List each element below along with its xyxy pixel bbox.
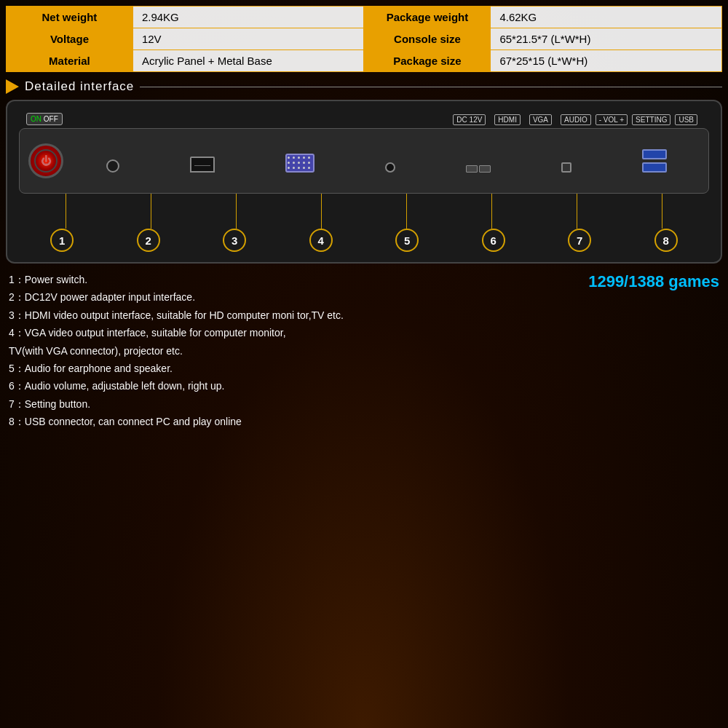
number-circle-7: 7 xyxy=(568,229,591,252)
ports-area xyxy=(74,149,700,173)
setting-btn-shape xyxy=(561,162,571,173)
spec-label: Voltage xyxy=(7,28,133,50)
description-item: 5：Audio for earphone and speaker. xyxy=(9,360,574,377)
spec-value: 2.94KG xyxy=(132,7,364,28)
dc-port xyxy=(106,159,119,173)
line-6 xyxy=(491,194,492,229)
desc-section: 1：Power switch.2：DC12V power adapter inp… xyxy=(6,271,722,431)
description-item: 7：Setting button. xyxy=(9,395,574,413)
on-off-badge: ON OFF xyxy=(26,113,63,125)
spec-value: Acrylic Panel + Metal Base xyxy=(132,50,364,72)
line-4 xyxy=(321,194,322,229)
number-circles-row: 12345678 xyxy=(19,229,709,252)
spec-row: Material Acrylic Panel + Metal Base Pack… xyxy=(7,50,722,72)
port-labels-row: DC 12V HDMI VGA AUDIO - VOL + SETTING US… xyxy=(19,111,709,128)
line-5 xyxy=(406,194,407,229)
description-list: 1：Power switch.2：DC12V power adapter inp… xyxy=(9,271,574,431)
spec-value: 12V xyxy=(132,28,364,50)
power-button-inner: ⏻ xyxy=(34,149,58,173)
console-box: ON OFF DC 12V HDMI VGA AUDIO - VOL + SET… xyxy=(6,100,722,264)
detailed-interface-section: Detailed interface ON OFF DC 12V HDMI VG… xyxy=(6,79,722,264)
vol-up xyxy=(479,165,491,173)
detailed-title: Detailed interface xyxy=(25,79,134,94)
usb-ports-group xyxy=(642,149,667,173)
usb-label: USB xyxy=(675,114,697,125)
number-circle-1: 1 xyxy=(50,229,74,252)
vol-label: - VOL + xyxy=(596,114,628,125)
line-8 xyxy=(662,194,662,229)
spec-label: Console size xyxy=(364,28,491,50)
vga-pins xyxy=(288,157,312,170)
spec-row: Voltage 12V Console size 65*21.5*7 (L*W*… xyxy=(7,28,722,50)
spec-value: 4.62KG xyxy=(491,7,722,28)
spec-label: Net weight xyxy=(7,7,133,28)
connector-lines xyxy=(19,194,709,229)
vga-port xyxy=(285,154,314,173)
usb-port-1 xyxy=(642,149,667,159)
off-text: OFF xyxy=(44,115,58,123)
description-item: 1：Power switch. xyxy=(9,271,574,288)
arrow-icon xyxy=(6,79,19,94)
content-wrapper: Net weight 2.94KG Package weight 4.62KG … xyxy=(0,0,728,437)
spec-row: Net weight 2.94KG Package weight 4.62KG xyxy=(7,7,722,28)
line-2 xyxy=(151,194,151,229)
usb-port-2 xyxy=(642,162,667,173)
description-item: 2：DC12V power adapter input interface. xyxy=(9,288,574,306)
audio-port-shape xyxy=(385,162,395,173)
description-item: 8：USB connector, can connect PC and play… xyxy=(9,413,574,430)
audio-label: AUDIO xyxy=(561,114,591,125)
detailed-header: Detailed interface xyxy=(6,79,722,94)
audio-group: AUDIO - VOL + SETTING USB xyxy=(561,114,697,125)
audio-port xyxy=(385,162,395,173)
vga-port-shape xyxy=(285,154,314,173)
header-divider xyxy=(140,87,722,87)
spec-value: 65*21.5*7 (L*W*H) xyxy=(491,28,722,50)
number-circle-4: 4 xyxy=(309,229,333,252)
description-item: 3：HDMI video output interface, suitable … xyxy=(9,306,574,324)
line-1 xyxy=(66,194,66,229)
vga-label: VGA xyxy=(529,114,552,125)
description-item: 4：VGA video output interface, suitable f… xyxy=(9,324,574,341)
vol-port xyxy=(466,165,491,173)
spec-label: Material xyxy=(7,50,133,72)
line-3 xyxy=(236,194,237,229)
description-item: 6：Audio volume, adjustable left down, ri… xyxy=(9,377,574,395)
on-text: ON xyxy=(31,115,41,123)
vol-buttons xyxy=(466,165,491,173)
dc-label: DC 12V xyxy=(453,114,486,125)
number-circle-6: 6 xyxy=(482,229,505,252)
line-7 xyxy=(577,194,577,229)
spec-label: Package weight xyxy=(364,7,491,28)
description-item: TV(with VGA connector), projector etc. xyxy=(9,342,574,360)
number-circle-2: 2 xyxy=(137,229,160,252)
specs-table: Net weight 2.94KG Package weight 4.62KG … xyxy=(6,6,722,72)
usb-port xyxy=(642,149,667,173)
power-symbol: ⏻ xyxy=(41,155,51,167)
number-circle-8: 8 xyxy=(654,229,678,252)
hdmi-port xyxy=(190,157,215,173)
vol-down xyxy=(466,165,478,173)
setting-label: SETTING xyxy=(632,114,670,125)
hdmi-label: HDMI xyxy=(494,114,521,125)
spec-value: 67*25*15 (L*W*H) xyxy=(491,50,722,72)
number-circle-5: 5 xyxy=(395,229,419,252)
setting-port xyxy=(561,162,571,173)
games-badge: 1299/1388 games xyxy=(588,271,719,431)
hdmi-port-shape xyxy=(190,157,215,173)
number-circle-3: 3 xyxy=(223,229,246,252)
dc-port-shape xyxy=(106,159,119,173)
power-button: ⏻ xyxy=(28,143,63,178)
panel-row: ⏻ xyxy=(19,128,709,194)
spec-label: Package size xyxy=(364,50,491,72)
